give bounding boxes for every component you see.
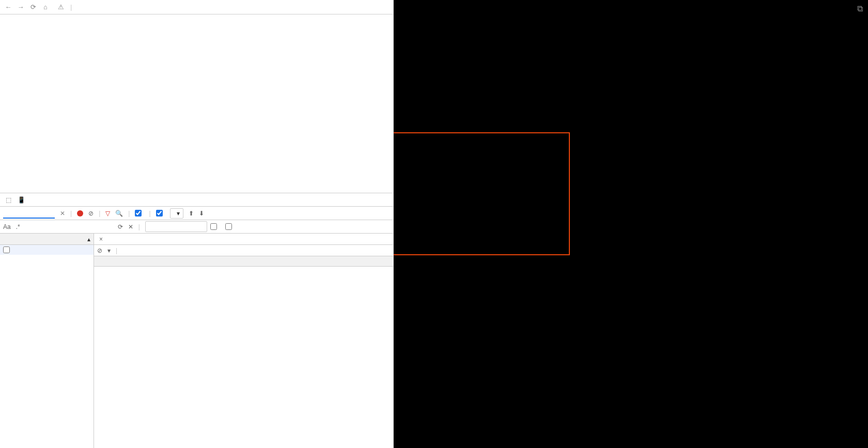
message-filter-bar: ⊘ ▾ | [94, 245, 393, 256]
url-field[interactable]: ⚠ | [54, 3, 389, 11]
request-row[interactable] [0, 245, 94, 255]
close-icon[interactable]: × [96, 236, 106, 243]
warning-icon: ⚠ [58, 3, 64, 11]
regex-toggle[interactable]: .* [16, 223, 20, 230]
detail-tabs: × [94, 234, 393, 245]
page-content [0, 14, 393, 193]
network-toolbar: ✕ | ⊘ | ▽ 🔍 | | ▾ ⬆ ⬇ [0, 207, 393, 220]
aa-icon[interactable]: Aa [3, 223, 11, 230]
record-button[interactable] [77, 210, 83, 217]
request-list: ▴ [0, 234, 94, 448]
clear-search-icon[interactable]: ✕ [60, 210, 65, 217]
device-icon[interactable]: 📱 [15, 196, 28, 204]
inspect-icon[interactable]: ⬚ [3, 196, 14, 204]
upload-icon[interactable]: ⬆ [189, 210, 194, 217]
clear-messages-icon[interactable]: ⊘ [97, 247, 102, 254]
data-header [94, 256, 393, 267]
has-blocked-checkbox[interactable] [225, 223, 234, 230]
request-detail: × ⊘ ▾ | [94, 234, 393, 448]
forward-icon[interactable]: → [17, 3, 25, 11]
search-icon[interactable]: 🔍 [115, 210, 123, 217]
disable-cache-checkbox[interactable] [156, 210, 165, 217]
regex-filter-input[interactable] [122, 246, 390, 254]
clear-icon[interactable]: ⊘ [88, 210, 94, 217]
filter-bar: Aa .* ⟳ ✕ | [0, 220, 393, 234]
home-icon[interactable]: ⌂ [41, 3, 50, 11]
external-link-icon[interactable]: ⧉ [857, 3, 863, 14]
devtools-tabs: ⬚ 📱 [0, 193, 393, 207]
devtools-panel: ⬚ 📱 ✕ | ⊘ | ▽ 🔍 | | ▾ ⬆ ⬇ Aa .* ⟳ ✕ [0, 193, 393, 448]
highlight-box [394, 132, 570, 255]
throttling-select[interactable]: ▾ [170, 208, 184, 219]
terminal-panel: ⧉ [394, 0, 868, 448]
preserve-log-checkbox[interactable] [135, 210, 144, 217]
download-icon[interactable]: ⬇ [199, 210, 204, 217]
names-header[interactable]: ▴ [0, 234, 94, 245]
direction-filter[interactable]: ▾ [107, 247, 111, 254]
hide-data-checkbox[interactable] [210, 223, 219, 230]
search-input[interactable] [3, 208, 55, 219]
search2-input[interactable] [25, 223, 113, 230]
qr-code [5, 34, 114, 143]
filter-input[interactable] [145, 221, 207, 232]
clear2-icon[interactable]: ✕ [128, 223, 133, 230]
refresh-icon[interactable]: ⟳ [118, 223, 123, 230]
back-icon[interactable]: ← [4, 3, 12, 11]
reload-icon[interactable]: ⟳ [29, 3, 37, 11]
filter-icon[interactable]: ▽ [105, 210, 110, 217]
address-bar: ← → ⟳ ⌂ ⚠ | [0, 0, 393, 14]
messages-list [94, 267, 393, 448]
